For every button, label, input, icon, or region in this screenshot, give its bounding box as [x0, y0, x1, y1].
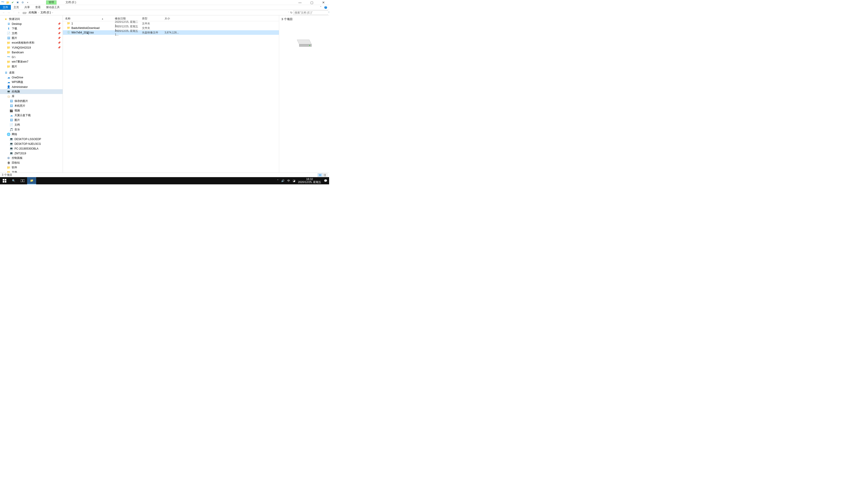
sidebar-documents[interactable]: 📄文档📌 [0, 31, 63, 36]
search-icon[interactable]: 🔍 [329, 11, 329, 14]
sidebar-software[interactable]: 📁软件 [0, 165, 63, 170]
action-center-icon[interactable]: 💬 [324, 179, 327, 182]
forward-button[interactable]: → [6, 11, 11, 14]
folder-icon[interactable]: 📁 [6, 1, 9, 4]
tab-file[interactable]: 文件 [0, 5, 11, 10]
volume-icon[interactable]: 🔊 [281, 179, 285, 182]
search-input[interactable] [294, 11, 329, 14]
svg-rect-2 [23, 12, 26, 14]
sidebar-control-panel[interactable]: ⚙控制面板 [0, 156, 63, 160]
gear-icon[interactable]: ⚙ [21, 1, 24, 4]
ime-indicator[interactable]: 中 [287, 179, 290, 183]
expand-ribbon-icon[interactable]: ˅ [319, 5, 323, 9]
sidebar-music[interactable]: 🎵音乐 [0, 127, 63, 132]
icons-view-button[interactable] [322, 173, 327, 177]
breadcrumb-sep[interactable]: › [38, 11, 39, 14]
app-icon [1, 1, 4, 4]
details-view-button[interactable] [318, 173, 322, 177]
file-explorer-button[interactable]: 📁 [27, 177, 36, 184]
up-button[interactable]: ↑ [16, 11, 21, 14]
sidebar-label: win7重装win7 [12, 60, 28, 64]
sidebar-desktop[interactable]: 🖥Desktop📌 [0, 22, 63, 26]
breadcrumb-this-pc[interactable]: 此电脑 [28, 11, 38, 14]
sidebar-wps[interactable]: ☁WPS网盘 [0, 80, 63, 85]
dropdown-icon[interactable]: ▾ [26, 1, 29, 4]
sidebar-saved-pictures[interactable]: 🖼保存的图片 [0, 99, 63, 103]
breadcrumb-sep[interactable]: › [26, 11, 27, 14]
file-row[interactable]: 📁 1 2020/12/15, 星期二 1... 文件夹 [63, 21, 279, 26]
close-icon[interactable]: ✖ [16, 1, 20, 4]
breadcrumb: 此电脑 › 文档 (E:) › [28, 11, 288, 14]
sidebar-tianyi[interactable]: ☁天翼云盘下载 [0, 113, 63, 118]
sidebar-lib-pictures[interactable]: 🖼图片 [0, 118, 63, 123]
sidebar-yunqishi[interactable]: 📁YUNQISHI2019📌 [0, 45, 63, 50]
sidebar-network[interactable]: 🌐网络 [0, 132, 63, 137]
sidebar-net-pc1[interactable]: 💻DESKTOP-LSSOEDP [0, 137, 63, 141]
minimize-button[interactable]: — [297, 1, 303, 4]
search-button[interactable]: 🔍 [9, 177, 18, 184]
breadcrumb-sep[interactable]: › [52, 11, 53, 14]
tab-drive-tools[interactable]: 驱动器工具 [43, 5, 62, 10]
pin-icon: 📌 [58, 27, 61, 30]
sidebar-recycle-bin[interactable]: 🗑回收站 [0, 160, 63, 165]
sidebar-label: 网络 [12, 132, 17, 136]
pictures-icon: 🖼 [9, 99, 13, 103]
column-size[interactable]: 大小 [162, 17, 176, 21]
breadcrumb-drive[interactable]: 文档 (E:) [39, 11, 52, 14]
sidebar-win7[interactable]: 📁win7重装win7 [0, 59, 63, 64]
sidebar-administrator[interactable]: 👤Administrator [0, 85, 63, 89]
tray-app-icon[interactable]: ◪ [293, 179, 295, 182]
refresh-icon[interactable]: ↻ [290, 11, 292, 14]
file-row[interactable]: 📁 BaiduNetdiskDownload 2020/12/25, 星期五 1… [63, 26, 279, 30]
search-box[interactable]: 🔍 [293, 10, 328, 15]
sidebar-g-drive[interactable]: G:\ [0, 55, 63, 59]
sidebar-files[interactable]: 📁文件 [0, 170, 63, 173]
help-icon[interactable]: ? [324, 5, 328, 9]
sidebar-desktop-root[interactable]: 🖥桌面 [0, 70, 63, 75]
sidebar-net-pc3[interactable]: 💻PC-20190530OBLA [0, 146, 63, 151]
sidebar-videos[interactable]: 🎬视频 [0, 108, 63, 113]
sidebar-downloads[interactable]: ⬇下载📌 [0, 26, 63, 31]
svg-rect-11 [324, 175, 324, 176]
sidebar-bandicam[interactable]: 📁Bandicam [0, 50, 63, 55]
sidebar-net-pc4[interactable]: 💻ZMT2019 [0, 151, 63, 156]
quick-access-toolbar: 📁 ✔ ✖ ⚙ ▾ [0, 0, 30, 5]
sidebar-onedrive[interactable]: ☁OneDrive [0, 75, 63, 80]
sidebar-lib-documents[interactable]: 📄文档 [0, 123, 63, 127]
breadcrumb-dropdown-icon[interactable]: ˅ [288, 11, 289, 14]
sidebar-label: 视频 [14, 109, 20, 112]
column-type[interactable]: 类型 [140, 17, 162, 21]
window-title: 文档 (E:) [66, 0, 76, 4]
tab-home[interactable]: 主页 [11, 5, 22, 10]
cursor-icon: ↖ [87, 32, 89, 35]
back-button[interactable]: ← [1, 11, 6, 14]
clock[interactable]: 16:32 2020/12/25, 星期五 [298, 178, 321, 184]
maximize-button[interactable]: ▢ [308, 1, 315, 4]
sidebar-excel-folder[interactable]: 📁excel表格制作求和📌 [0, 40, 63, 45]
sidebar-this-pc[interactable]: 💻此电脑 [0, 89, 63, 94]
tab-share[interactable]: 共享 [22, 5, 33, 10]
context-tab-manage[interactable]: 管理 [46, 0, 57, 4]
sidebar-label: ZMT2019 [14, 152, 26, 155]
history-dropdown[interactable]: ˅ [11, 11, 16, 14]
column-name[interactable]: 名称▲ [63, 17, 113, 21]
close-button[interactable]: ✕ [320, 1, 327, 4]
status-bar: 3 个项目 [0, 173, 329, 177]
sidebar-quick-access[interactable]: ★快速访问 [0, 17, 63, 22]
preview-item-count: 3 个项目 [281, 17, 327, 21]
checkmark-icon[interactable]: ✔ [11, 1, 14, 4]
drive-icon [7, 55, 10, 59]
task-view-button[interactable] [18, 177, 27, 184]
start-button[interactable] [0, 177, 9, 184]
tab-view[interactable]: 查看 [33, 5, 43, 10]
tray-chevron-icon[interactable]: ˄ [277, 179, 278, 182]
preview-pane: 3 个项目 [279, 15, 329, 173]
sidebar-camera-roll[interactable]: 🖼本机照片 [0, 103, 63, 108]
sidebar-pictures2[interactable]: 📁图片 [0, 64, 63, 69]
sidebar-net-pc2[interactable]: 💻DESKTOP-NJEU3CG [0, 141, 63, 146]
file-row[interactable]: 💿 Win7x64_2020.iso 2020/12/25, 星期五 1... … [63, 30, 279, 35]
sidebar-libraries[interactable]: 🗂库 [0, 94, 63, 99]
sidebar-label: G:\ [12, 56, 16, 59]
sidebar-pictures[interactable]: 🖼图片📌 [0, 36, 63, 40]
folder-icon: 📁 [67, 26, 70, 30]
